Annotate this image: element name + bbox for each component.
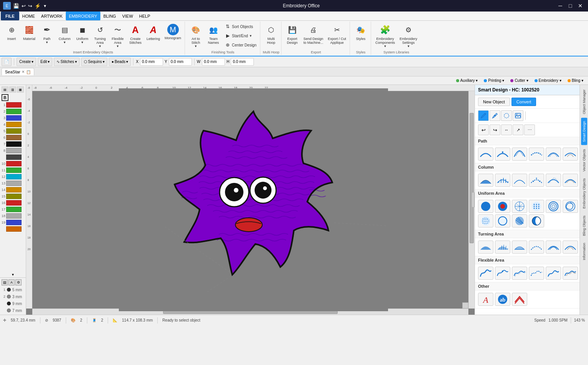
sd-obj-arc6[interactable] [563,148,578,161]
quick-access-dropdown[interactable]: ▼ [43,4,47,8]
ribbon-btn-column[interactable]: ▤ Column ▼ [56,22,73,46]
sd-obj-ta3[interactable] [512,241,527,254]
color-swatch-7[interactable] [6,141,22,147]
coord-y-input[interactable] [169,58,192,66]
menu-embroidery[interactable]: EMBROIDERY [66,12,100,20]
sd-obj-col3[interactable] [512,174,527,187]
sidebar-tab-vector-objects[interactable]: Vector Objects [581,146,587,175]
sd-obj-ta1[interactable] [478,241,493,254]
color-swatch-10[interactable] [6,161,22,166]
ribbon-btn-export-cut[interactable]: ✂ Export / Cut Applique [326,22,348,46]
swatch-view-btn2[interactable]: ▥ [9,86,16,93]
ribbon-btn-path[interactable]: ✒ Path ▼ [38,22,55,46]
sd-obj-letter-a[interactable]: A [478,293,493,306]
ribbon-btn-create-stitches[interactable]: A Create Stitches [127,22,144,46]
sd-obj-ta6[interactable] [563,241,578,254]
sd-obj-ua10[interactable] [529,214,544,227]
swatch-view-btn3[interactable]: ▦ [17,86,24,93]
quick-access-redo[interactable]: ↪ [28,3,32,9]
sd-redo-btn[interactable]: ↪ [490,124,500,135]
toolbar-create-btn[interactable]: Create ▾ [17,58,36,66]
sd-obj-ua8[interactable] [495,214,510,227]
sd-scrollable-content[interactable]: Path [475,137,588,315]
ribbon-btn-insert[interactable]: ⊕ Insert [3,22,20,42]
color-swatch-6[interactable] [6,135,22,140]
sd-extra-btn[interactable]: ⋯ [524,124,535,135]
ribbon-btn-lettering[interactable]: A Lettering [145,22,162,42]
ribbon-btn-multi-hoop[interactable]: ⬡ Multi Hoop [263,22,280,46]
sd-obj-ua4[interactable] [529,200,544,213]
sd-obj-col2[interactable] [495,174,510,187]
quick-access-undo[interactable]: ↩ [22,3,26,9]
toolbar-new-btn[interactable]: 📄 [2,58,12,66]
coord-x-input[interactable] [140,58,163,66]
mode-embroidery[interactable]: Embroidery ▾ [533,78,563,83]
sd-tool-image[interactable] [513,110,523,121]
sd-obj-fa6[interactable] [563,267,578,280]
ribbon-btn-flexible[interactable]: 〜 Flexible Area ▼ [109,22,126,50]
toolbar-stitches-btn[interactable]: ∿ Stitches ▾ [54,58,80,66]
sd-obj-ua2[interactable] [495,200,510,213]
mode-cutter[interactable]: Cutter ▾ [509,78,530,83]
swatch-view-btn1[interactable]: ▤ [2,86,8,93]
sd-obj-col4[interactable] [529,174,544,187]
color-swatch-4[interactable] [6,122,22,127]
tool-grid-3[interactable]: ⚙ [15,279,22,285]
mode-bling[interactable]: Bling ▾ [566,78,585,83]
ribbon-btn-uniform[interactable]: ◼ Uniform ▼ [74,22,91,46]
collapse-btn[interactable]: ▾ [0,272,26,277]
sd-obj-fa4[interactable] [529,267,544,280]
sidebar-tab-bling-objects[interactable]: Bling Objects [581,212,587,239]
color-swatch-19[interactable] [6,220,22,225]
sd-obj-col6[interactable] [563,174,578,187]
sd-obj-ta2[interactable] [495,241,510,254]
sd-obj-arc2[interactable] [495,148,510,161]
sd-obj-col1[interactable] [478,174,493,187]
ribbon-btn-art-stitch[interactable]: 🎨 Art to Stitch ▼ [187,22,204,50]
height-input[interactable] [231,58,254,66]
sidebar-tab-information[interactable]: Information [581,240,587,263]
color-swatch-14[interactable] [6,187,22,192]
sd-tool-pen[interactable] [478,110,489,121]
sd-obj-ta4[interactable] [529,241,544,254]
mode-printing[interactable]: Printing ▾ [482,78,506,83]
sd-obj-ua9[interactable] [512,214,527,227]
color-swatch-8[interactable] [6,148,22,153]
menu-home[interactable]: HOME [19,12,38,20]
sd-obj-ua1[interactable] [478,200,493,213]
ribbon-btn-material[interactable]: 🧱 Material [21,22,38,42]
sd-mirror-h-btn[interactable]: ↔ [501,124,512,135]
sd-obj-ua7[interactable] [478,214,493,227]
minimize-button[interactable]: ─ [556,1,565,10]
sidebar-tab-smart-design[interactable]: Smart Design [581,118,587,145]
ribbon-btn-emb-settings[interactable]: ⚙ Embroidery Settings ▼ [398,22,419,50]
color-swatch-13[interactable] [6,181,22,186]
color-swatch-9[interactable] [6,154,22,160]
doc-tab-seastar[interactable]: SeaStar × 📋 [2,68,34,75]
maximize-button[interactable]: □ [566,1,575,10]
new-object-button[interactable]: New Object [478,98,510,106]
color-swatch-20[interactable] [6,226,22,232]
ribbon-btn-team-names[interactable]: 👥 Team Names [205,22,222,46]
sd-arrow-btn[interactable]: ↗ [513,124,523,135]
sd-obj-arc3[interactable] [512,148,527,161]
quick-access-save[interactable]: 💾 [13,3,19,9]
menu-file[interactable]: FILE [1,12,19,20]
menu-help[interactable]: HELP [136,12,153,20]
sd-obj-arrow[interactable] [512,293,527,306]
ribbon-btn-turning[interactable]: ↺ Turning Area ▼ [92,22,108,50]
ribbon-btn-emb-components[interactable]: 🧩 Embroidery Components ▼ [373,22,397,50]
ribbon-btn-sort-objects[interactable]: ⇅ Sort Objects [223,22,258,31]
ribbon-btn-monogram[interactable]: M Monogram [163,22,183,41]
sd-tool-circle[interactable] [501,110,512,121]
width-input[interactable] [202,58,225,66]
sd-obj-arc5[interactable] [546,148,561,161]
canvas-area[interactable]: -8 -6 -4 -2 0 2 4 6 8 10 12 14 16 18 20 … [26,85,475,315]
sd-obj-fa5[interactable] [546,267,561,280]
color-swatch-3[interactable] [6,115,22,121]
color-swatch-15[interactable] [6,194,22,199]
color-swatch-16[interactable] [6,200,22,206]
close-button[interactable]: ✕ [576,1,585,10]
menu-artwork[interactable]: ARTWORK [38,12,66,20]
sidebar-tab-object-manager[interactable]: Object Manager [581,86,587,117]
